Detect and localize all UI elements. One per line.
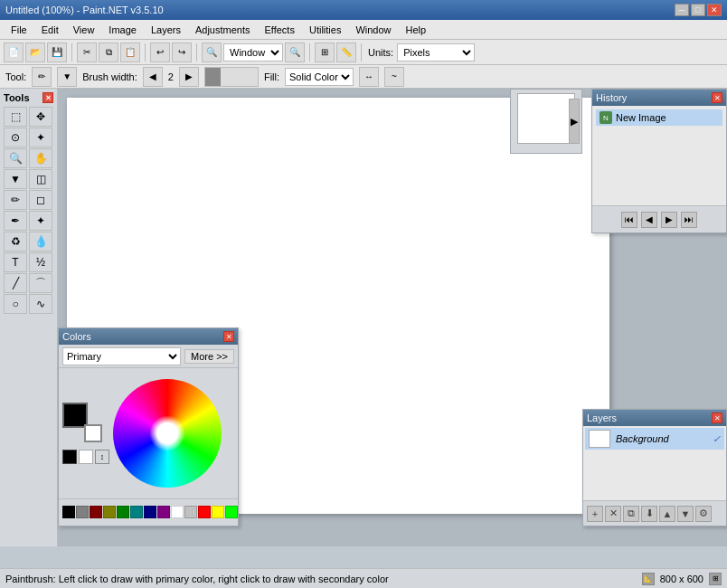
color-wheel-container[interactable] xyxy=(113,379,222,488)
menu-item-effects[interactable]: Effects xyxy=(258,20,302,39)
palette-color-swatch[interactable] xyxy=(76,506,89,518)
tool-shapes[interactable]: ⌒ xyxy=(29,273,52,293)
layers-close-button[interactable]: ✕ xyxy=(712,413,722,423)
zoom-out-button[interactable]: 🔍 xyxy=(202,43,222,62)
title-bar: Untitled (100%) - Paint.NET v3.5.10 ─ □ … xyxy=(0,0,727,20)
secondary-color-swatch[interactable] xyxy=(84,424,102,442)
tool-pan[interactable]: ✋ xyxy=(29,148,52,168)
swap-colors-icon[interactable]: ↕ xyxy=(95,450,109,464)
layers-duplicate-button[interactable]: ⧉ xyxy=(623,506,639,522)
palette-color-swatch[interactable] xyxy=(117,506,129,518)
tool-clone-stamp[interactable]: ✦ xyxy=(29,211,52,231)
brush-width-value: 2 xyxy=(168,71,174,82)
white-swatch[interactable] xyxy=(79,450,93,464)
brush-width-increase[interactable]: ▶ xyxy=(179,67,199,87)
colors-close-button[interactable]: ✕ xyxy=(223,331,234,342)
palette-color-swatch[interactable] xyxy=(157,506,170,518)
palette-color-swatch[interactable] xyxy=(171,506,184,518)
tool-select-btn[interactable]: ▼ xyxy=(57,67,77,87)
maximize-button[interactable]: □ xyxy=(691,4,705,16)
antialiasing-btn[interactable]: ~ xyxy=(384,67,404,87)
tool-text[interactable]: T xyxy=(4,252,27,272)
layer-item[interactable]: Background✓ xyxy=(585,428,724,450)
tool-script[interactable]: ½ xyxy=(29,252,52,272)
tool-magic-wand[interactable]: ✦ xyxy=(29,128,52,147)
canvas-dimensions: 800 x 600 xyxy=(660,574,703,584)
tool-recolor[interactable]: ♻ xyxy=(4,232,27,251)
tool-rectangle-select[interactable]: ⬚ xyxy=(4,107,27,127)
history-next[interactable]: ▶ xyxy=(661,212,677,228)
history-first[interactable]: ⏮ xyxy=(621,212,637,228)
brush-width-decrease[interactable]: ◀ xyxy=(143,67,163,87)
grid-button[interactable]: ⊞ xyxy=(315,43,335,62)
palette-color-swatch[interactable] xyxy=(62,506,75,518)
layers-delete-button[interactable]: ✕ xyxy=(605,506,621,522)
preview-scroll[interactable]: ▶ xyxy=(569,99,580,144)
color-wheel[interactable] xyxy=(113,379,222,488)
brush-width-slider[interactable]: ⠀ xyxy=(204,67,259,87)
layers-properties-button[interactable]: ⚙ xyxy=(695,506,712,522)
palette-color-swatch[interactable] xyxy=(225,506,238,518)
rulers-button[interactable]: 📏 xyxy=(336,43,356,62)
fill-select[interactable]: Solid Color No Fill Gradient xyxy=(285,68,354,86)
menu-item-window[interactable]: Window xyxy=(348,20,398,39)
tools-close[interactable]: ✕ xyxy=(42,92,53,103)
cut-button[interactable]: ✂ xyxy=(77,43,97,62)
history-last[interactable]: ⏭ xyxy=(681,212,697,228)
zoom-in-button[interactable]: 🔍 xyxy=(285,43,305,62)
units-select[interactable]: Pixels Inches Centimeters xyxy=(397,43,475,62)
layers-add-button[interactable]: + xyxy=(587,506,603,522)
tool-gradient[interactable]: ◫ xyxy=(29,169,52,189)
tool-ellipse[interactable]: ○ xyxy=(4,294,27,314)
blend-mode-btn[interactable]: ↔ xyxy=(359,67,379,87)
palette-color-swatch[interactable] xyxy=(103,506,116,518)
palette-color-swatch[interactable] xyxy=(130,506,143,518)
history-prev[interactable]: ◀ xyxy=(641,212,657,228)
layer-visibility-check[interactable]: ✓ xyxy=(713,433,721,445)
layers-title-bar: Layers ✕ xyxy=(583,410,726,426)
menu-item-layers[interactable]: Layers xyxy=(144,20,188,39)
save-button[interactable]: 💾 xyxy=(47,43,67,62)
menu-item-image[interactable]: Image xyxy=(101,20,144,39)
undo-button[interactable]: ↩ xyxy=(150,43,170,62)
tool-lasso[interactable]: ⊙ xyxy=(4,128,27,147)
palette-color-swatch[interactable] xyxy=(198,506,211,518)
tool-paintbucket[interactable]: ▼ xyxy=(4,169,27,189)
layers-merge-button[interactable]: ⬇ xyxy=(641,506,657,522)
palette-color-swatch[interactable] xyxy=(90,506,102,518)
black-swatch[interactable] xyxy=(62,450,77,464)
colors-toolbar: Primary Secondary More >> xyxy=(59,345,238,368)
tool-move[interactable]: ✥ xyxy=(29,107,52,127)
paste-button[interactable]: 📋 xyxy=(120,43,140,62)
layers-move-up-button[interactable]: ▲ xyxy=(659,506,675,522)
palette-color-swatch[interactable] xyxy=(184,506,197,518)
tool-paintbrush[interactable]: ✏ xyxy=(4,190,27,210)
zoom-select[interactable]: Window 100% 200% 50% xyxy=(223,43,283,62)
history-close-button[interactable]: ✕ xyxy=(712,92,722,103)
open-button[interactable]: 📂 xyxy=(25,43,45,62)
redo-button[interactable]: ↪ xyxy=(172,43,192,62)
tool-eyedropper[interactable]: 💧 xyxy=(29,232,52,251)
palette-color-swatch[interactable] xyxy=(144,506,156,518)
menu-item-view[interactable]: View xyxy=(66,20,102,39)
close-button[interactable]: ✕ xyxy=(707,4,722,16)
color-mode-select[interactable]: Primary Secondary xyxy=(62,347,181,365)
history-item[interactable]: NNew Image xyxy=(596,109,722,126)
new-button[interactable]: 📄 xyxy=(4,43,24,62)
tool-zoom[interactable]: 🔍 xyxy=(4,148,27,168)
tools-panel: Tools ✕ ⬚✥⊙✦🔍✋▼◫✏◻✒✦♻💧T½╱⌒○∿ xyxy=(0,89,58,546)
more-colors-button[interactable]: More >> xyxy=(184,349,234,364)
minimize-button[interactable]: ─ xyxy=(675,4,689,16)
menu-item-utilities[interactable]: Utilities xyxy=(302,20,348,39)
menu-item-adjustments[interactable]: Adjustments xyxy=(188,20,258,39)
tool-eraser[interactable]: ◻ xyxy=(29,190,52,210)
layers-move-down-button[interactable]: ▼ xyxy=(677,506,694,522)
tool-line[interactable]: ╱ xyxy=(4,273,27,293)
menu-item-help[interactable]: Help xyxy=(399,20,434,39)
menu-item-file[interactable]: File xyxy=(4,20,34,39)
menu-item-edit[interactable]: Edit xyxy=(34,20,66,39)
tool-pencil[interactable]: ✒ xyxy=(4,211,27,231)
copy-button[interactable]: ⧉ xyxy=(99,43,118,62)
tool-freeform[interactable]: ∿ xyxy=(29,294,52,314)
palette-color-swatch[interactable] xyxy=(212,506,224,518)
